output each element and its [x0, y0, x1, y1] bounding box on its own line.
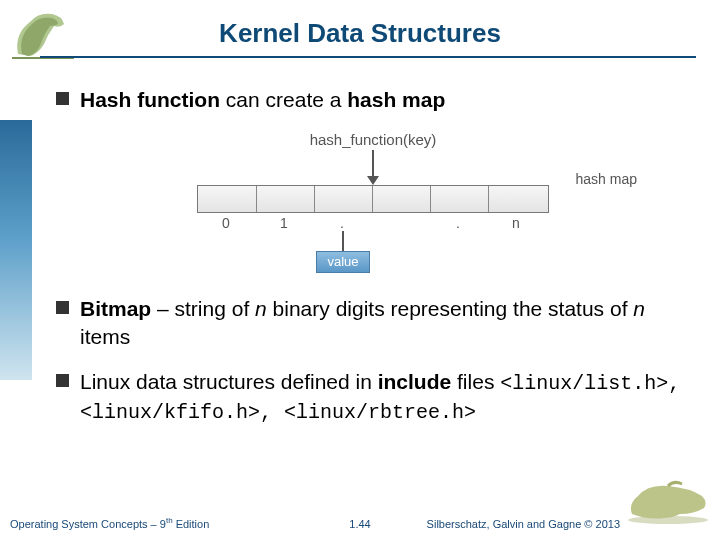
bullet-hash-function: Hash function can create a hash map	[56, 86, 690, 113]
term-bitmap: Bitmap	[80, 297, 151, 320]
diagram-function-label: hash_function(key)	[163, 131, 583, 148]
hash-map-diagram: hash_function(key) hash map 0 1 . . n va…	[163, 131, 583, 273]
hash-cell	[431, 186, 489, 212]
index-label	[371, 215, 429, 231]
term-hash-function: Hash function	[80, 88, 220, 111]
slide-title: Kernel Data Structures	[0, 18, 720, 49]
bullet-linux: Linux data structures defined in include…	[56, 368, 690, 426]
bullet-bitmap: Bitmap – string of n binary digits repre…	[56, 295, 690, 350]
hash-index-labels: 0 1 . . n	[197, 215, 549, 231]
index-label: .	[313, 215, 371, 231]
hash-cell	[373, 186, 431, 212]
term-hash-map: hash map	[347, 88, 445, 111]
value-box: value	[316, 251, 370, 273]
text: binary digits representing the status of	[267, 297, 634, 320]
var-n: n	[633, 297, 645, 320]
value-connector	[342, 231, 344, 251]
hash-cell	[199, 186, 257, 212]
index-label: 0	[197, 215, 255, 231]
text: files	[451, 370, 500, 393]
hash-cell	[257, 186, 315, 212]
var-n: n	[255, 297, 267, 320]
hash-map-side-label: hash map	[576, 171, 637, 187]
index-label: 1	[255, 215, 313, 231]
hash-cell	[315, 186, 373, 212]
index-label: .	[429, 215, 487, 231]
term-include: include	[378, 370, 452, 393]
hash-array	[197, 185, 549, 213]
text: Linux data structures defined in	[80, 370, 378, 393]
content-area: Hash function can create a hash map hash…	[56, 86, 690, 444]
text: items	[80, 325, 130, 348]
sidebar-gradient	[0, 120, 32, 380]
arrow-stem	[372, 150, 374, 176]
text: – string of	[151, 297, 255, 320]
hash-cell	[489, 186, 547, 212]
arrow-head-icon	[367, 176, 379, 185]
title-underline	[40, 56, 696, 58]
footer-copyright: Silberschatz, Galvin and Gagne © 2013	[427, 518, 620, 530]
text: can create a	[220, 88, 347, 111]
index-label: n	[487, 215, 545, 231]
